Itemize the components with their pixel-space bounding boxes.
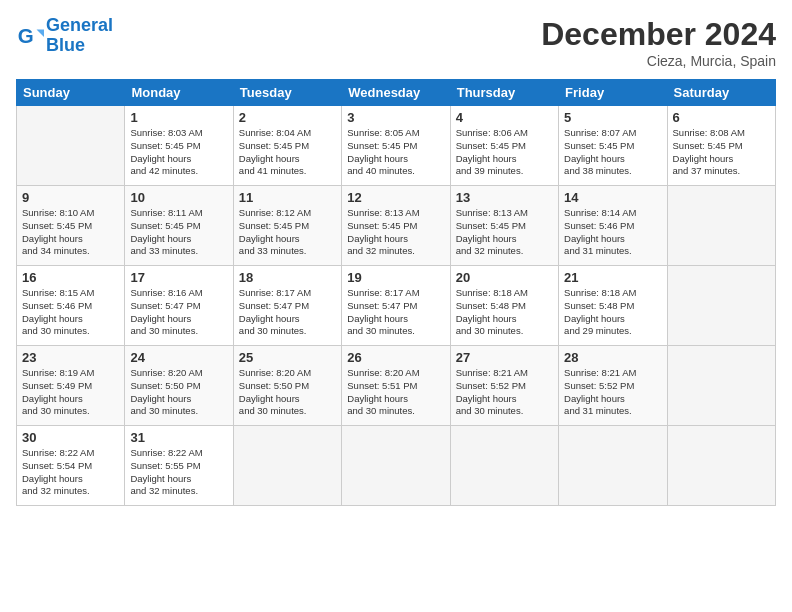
day-cell-26: 26 Sunrise: 8:20 AMSunset: 5:51 PMDaylig…	[342, 346, 450, 426]
day-number: 3	[347, 110, 444, 125]
day-cell-25: 25 Sunrise: 8:20 AMSunset: 5:50 PMDaylig…	[233, 346, 341, 426]
day-number: 9	[22, 190, 119, 205]
day-header-thursday: Thursday	[450, 80, 558, 106]
month-title: December 2024	[541, 16, 776, 53]
day-cell-28: 28 Sunrise: 8:21 AMSunset: 5:52 PMDaylig…	[559, 346, 667, 426]
empty-cell	[667, 266, 775, 346]
calendar-week-1: 9 Sunrise: 8:10 AMSunset: 5:45 PMDayligh…	[17, 186, 776, 266]
day-info: Sunrise: 8:12 AMSunset: 5:45 PMDaylight …	[239, 207, 311, 256]
day-info: Sunrise: 8:04 AMSunset: 5:45 PMDaylight …	[239, 127, 311, 176]
day-number: 28	[564, 350, 661, 365]
day-number: 25	[239, 350, 336, 365]
day-number: 14	[564, 190, 661, 205]
day-info: Sunrise: 8:11 AMSunset: 5:45 PMDaylight …	[130, 207, 202, 256]
day-number: 21	[564, 270, 661, 285]
empty-cell	[342, 426, 450, 506]
day-info: Sunrise: 8:20 AMSunset: 5:51 PMDaylight …	[347, 367, 419, 416]
day-info: Sunrise: 8:21 AMSunset: 5:52 PMDaylight …	[564, 367, 636, 416]
calendar-body: 1 Sunrise: 8:03 AMSunset: 5:45 PMDayligh…	[17, 106, 776, 506]
day-number: 11	[239, 190, 336, 205]
day-cell-6: 6 Sunrise: 8:08 AMSunset: 5:45 PMDayligh…	[667, 106, 775, 186]
day-number: 20	[456, 270, 553, 285]
day-info: Sunrise: 8:06 AMSunset: 5:45 PMDaylight …	[456, 127, 528, 176]
day-cell-10: 10 Sunrise: 8:11 AMSunset: 5:45 PMDaylig…	[125, 186, 233, 266]
day-info: Sunrise: 8:19 AMSunset: 5:49 PMDaylight …	[22, 367, 94, 416]
day-cell-5: 5 Sunrise: 8:07 AMSunset: 5:45 PMDayligh…	[559, 106, 667, 186]
day-info: Sunrise: 8:08 AMSunset: 5:45 PMDaylight …	[673, 127, 745, 176]
day-cell-1: 1 Sunrise: 8:03 AMSunset: 5:45 PMDayligh…	[125, 106, 233, 186]
day-info: Sunrise: 8:21 AMSunset: 5:52 PMDaylight …	[456, 367, 528, 416]
empty-cell	[17, 106, 125, 186]
day-cell-24: 24 Sunrise: 8:20 AMSunset: 5:50 PMDaylig…	[125, 346, 233, 426]
empty-cell	[667, 426, 775, 506]
logo: G General Blue	[16, 16, 113, 56]
day-number: 31	[130, 430, 227, 445]
day-header-tuesday: Tuesday	[233, 80, 341, 106]
day-header-saturday: Saturday	[667, 80, 775, 106]
empty-cell	[450, 426, 558, 506]
day-info: Sunrise: 8:10 AMSunset: 5:45 PMDaylight …	[22, 207, 94, 256]
day-number: 23	[22, 350, 119, 365]
title-block: December 2024 Cieza, Murcia, Spain	[541, 16, 776, 69]
day-number: 5	[564, 110, 661, 125]
day-header-friday: Friday	[559, 80, 667, 106]
logo-icon: G	[16, 22, 44, 50]
logo-blue: Blue	[46, 35, 85, 55]
day-info: Sunrise: 8:22 AMSunset: 5:55 PMDaylight …	[130, 447, 202, 496]
day-cell-27: 27 Sunrise: 8:21 AMSunset: 5:52 PMDaylig…	[450, 346, 558, 426]
day-cell-3: 3 Sunrise: 8:05 AMSunset: 5:45 PMDayligh…	[342, 106, 450, 186]
day-info: Sunrise: 8:13 AMSunset: 5:45 PMDaylight …	[456, 207, 528, 256]
empty-cell	[667, 186, 775, 266]
day-number: 26	[347, 350, 444, 365]
day-info: Sunrise: 8:20 AMSunset: 5:50 PMDaylight …	[239, 367, 311, 416]
empty-cell	[559, 426, 667, 506]
day-cell-2: 2 Sunrise: 8:04 AMSunset: 5:45 PMDayligh…	[233, 106, 341, 186]
day-number: 24	[130, 350, 227, 365]
day-cell-31: 31 Sunrise: 8:22 AMSunset: 5:55 PMDaylig…	[125, 426, 233, 506]
day-info: Sunrise: 8:17 AMSunset: 5:47 PMDaylight …	[239, 287, 311, 336]
day-cell-11: 11 Sunrise: 8:12 AMSunset: 5:45 PMDaylig…	[233, 186, 341, 266]
day-cell-4: 4 Sunrise: 8:06 AMSunset: 5:45 PMDayligh…	[450, 106, 558, 186]
empty-cell	[233, 426, 341, 506]
day-info: Sunrise: 8:07 AMSunset: 5:45 PMDaylight …	[564, 127, 636, 176]
logo-general: General	[46, 15, 113, 35]
day-info: Sunrise: 8:18 AMSunset: 5:48 PMDaylight …	[564, 287, 636, 336]
day-number: 30	[22, 430, 119, 445]
day-cell-12: 12 Sunrise: 8:13 AMSunset: 5:45 PMDaylig…	[342, 186, 450, 266]
day-info: Sunrise: 8:13 AMSunset: 5:45 PMDaylight …	[347, 207, 419, 256]
day-number: 13	[456, 190, 553, 205]
calendar-container: G General Blue December 2024 Cieza, Murc…	[0, 0, 792, 516]
empty-cell	[667, 346, 775, 426]
day-cell-14: 14 Sunrise: 8:14 AMSunset: 5:46 PMDaylig…	[559, 186, 667, 266]
calendar-header-row: SundayMondayTuesdayWednesdayThursdayFrid…	[17, 80, 776, 106]
day-info: Sunrise: 8:03 AMSunset: 5:45 PMDaylight …	[130, 127, 202, 176]
calendar-week-2: 16 Sunrise: 8:15 AMSunset: 5:46 PMDaylig…	[17, 266, 776, 346]
day-number: 6	[673, 110, 770, 125]
day-cell-30: 30 Sunrise: 8:22 AMSunset: 5:54 PMDaylig…	[17, 426, 125, 506]
day-cell-13: 13 Sunrise: 8:13 AMSunset: 5:45 PMDaylig…	[450, 186, 558, 266]
day-info: Sunrise: 8:20 AMSunset: 5:50 PMDaylight …	[130, 367, 202, 416]
day-number: 10	[130, 190, 227, 205]
day-info: Sunrise: 8:18 AMSunset: 5:48 PMDaylight …	[456, 287, 528, 336]
day-info: Sunrise: 8:16 AMSunset: 5:47 PMDaylight …	[130, 287, 202, 336]
calendar-week-4: 30 Sunrise: 8:22 AMSunset: 5:54 PMDaylig…	[17, 426, 776, 506]
calendar-week-3: 23 Sunrise: 8:19 AMSunset: 5:49 PMDaylig…	[17, 346, 776, 426]
day-number: 2	[239, 110, 336, 125]
day-number: 18	[239, 270, 336, 285]
day-info: Sunrise: 8:22 AMSunset: 5:54 PMDaylight …	[22, 447, 94, 496]
day-info: Sunrise: 8:05 AMSunset: 5:45 PMDaylight …	[347, 127, 419, 176]
day-cell-21: 21 Sunrise: 8:18 AMSunset: 5:48 PMDaylig…	[559, 266, 667, 346]
day-cell-20: 20 Sunrise: 8:18 AMSunset: 5:48 PMDaylig…	[450, 266, 558, 346]
day-cell-17: 17 Sunrise: 8:16 AMSunset: 5:47 PMDaylig…	[125, 266, 233, 346]
day-header-monday: Monday	[125, 80, 233, 106]
day-header-sunday: Sunday	[17, 80, 125, 106]
svg-text:G: G	[18, 23, 34, 46]
day-cell-16: 16 Sunrise: 8:15 AMSunset: 5:46 PMDaylig…	[17, 266, 125, 346]
day-number: 27	[456, 350, 553, 365]
calendar-week-0: 1 Sunrise: 8:03 AMSunset: 5:45 PMDayligh…	[17, 106, 776, 186]
day-number: 1	[130, 110, 227, 125]
day-info: Sunrise: 8:14 AMSunset: 5:46 PMDaylight …	[564, 207, 636, 256]
day-cell-9: 9 Sunrise: 8:10 AMSunset: 5:45 PMDayligh…	[17, 186, 125, 266]
logo-text: General Blue	[46, 16, 113, 56]
calendar-table: SundayMondayTuesdayWednesdayThursdayFrid…	[16, 79, 776, 506]
